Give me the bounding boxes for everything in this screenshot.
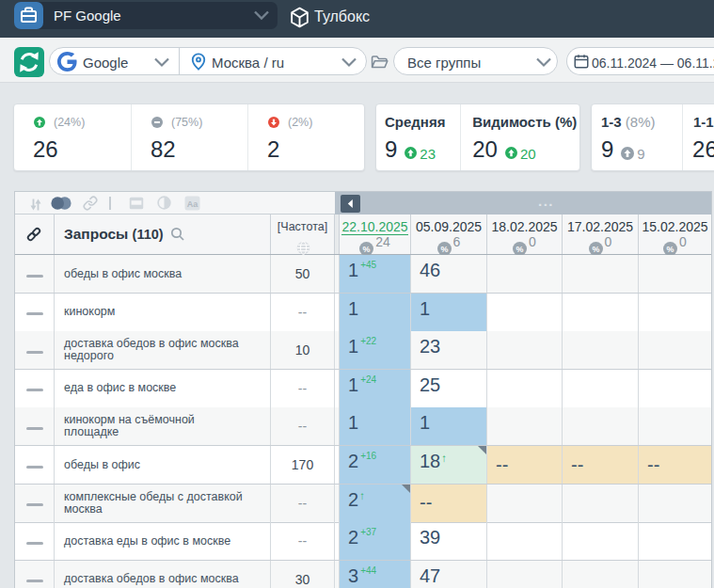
svg-text:Aa: Aa xyxy=(187,199,198,209)
svg-text:%: % xyxy=(363,245,371,254)
svg-text:%: % xyxy=(592,245,599,254)
svg-text:%: % xyxy=(516,245,524,254)
svg-text:%: % xyxy=(667,245,674,254)
svg-text:%: % xyxy=(440,245,448,254)
